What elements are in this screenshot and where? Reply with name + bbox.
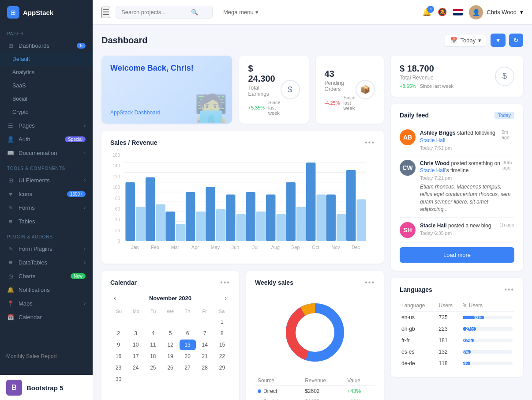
lang-bar-fill: 16% (463, 350, 471, 354)
calendar-menu[interactable]: ••• (220, 279, 230, 287)
user-avatar: 👤 (469, 5, 483, 19)
sidebar-item-default[interactable]: Default (0, 53, 93, 66)
svg-rect-42 (346, 170, 356, 241)
today-button[interactable]: 📅 Today ▾ (445, 34, 487, 47)
calendar-day-20[interactable]: 20 (180, 351, 196, 362)
sales-card-header: Sales / Revenue ••• (110, 139, 375, 147)
sidebar-item-maps[interactable]: 📍 Maps › (0, 297, 93, 310)
sidebar-logo[interactable]: ⊞ AppStack (0, 0, 93, 25)
sales-card-menu[interactable]: ••• (365, 139, 375, 147)
search-input[interactable] (121, 9, 187, 15)
stat-card-earnings: $ 24.300 Total Earnings +5.35% Since las… (239, 56, 308, 124)
sidebar-item-tables[interactable]: ≡ Tables (0, 215, 93, 228)
calendar-day-10[interactable]: 10 (127, 340, 144, 350)
calendar-day-27[interactable]: 27 (180, 362, 196, 373)
sidebar-item-calendar[interactable]: 📅 Calendar (0, 310, 93, 324)
sidebar-item-forms[interactable]: ✎ Forms › (0, 201, 93, 215)
calendar-day-15[interactable]: 15 (214, 340, 230, 350)
sidebar-item-analytics[interactable]: Analytics (0, 66, 93, 79)
calendar-day-9[interactable]: 9 (110, 340, 127, 350)
calendar-day-23[interactable]: 23 (110, 362, 127, 373)
sidebar-item-documentation[interactable]: 📖 Documentation › (0, 146, 93, 160)
calendar-day-22[interactable]: 22 (214, 351, 230, 362)
dashboards-badge: 5 (77, 43, 86, 49)
documentation-chevron: › (84, 151, 86, 155)
sidebar-item-form-plugins[interactable]: ✎ Form Plugins › (0, 242, 93, 256)
calendar-day-25[interactable]: 25 (145, 362, 161, 373)
feed-timestamp-1: Today 7:51 pm (420, 145, 514, 151)
weekly-sales-menu[interactable]: ••• (365, 279, 375, 287)
calendar-day-5[interactable]: 5 (162, 328, 178, 339)
language-flag[interactable] (453, 9, 463, 15)
sidebar-item-icons-label: Icons (19, 191, 32, 197)
calendar-day-7[interactable]: 7 (197, 328, 213, 339)
sidebar-item-notifications[interactable]: 🔔 Notifications (0, 283, 93, 297)
sidebar: ⊞ AppStack Pages ⊞ Dashboards 5 Default … (0, 0, 93, 400)
language-row: fr-fr 181 22% (400, 335, 514, 346)
menu-toggle-button[interactable]: ☰ (101, 7, 110, 18)
calendar-day-12[interactable]: 12 (162, 340, 178, 350)
calendar-day-4[interactable]: 4 (145, 328, 161, 339)
calendar-day-1[interactable]: 1 (214, 317, 230, 327)
monthly-report: Monthly Sales Report (0, 351, 93, 362)
calendar-day-26[interactable]: 26 (162, 362, 178, 373)
calendar-day-6[interactable]: 6 (180, 328, 196, 339)
calendar-empty (162, 317, 178, 327)
refresh-button[interactable]: ↻ (509, 34, 523, 47)
calendar-day-16[interactable]: 16 (110, 351, 127, 362)
calendar-day-2[interactable]: 2 (110, 328, 127, 339)
calendar-small-icon: 📅 (450, 37, 457, 44)
calendar-day-13[interactable]: 13 (180, 340, 196, 350)
datatables-chevron: › (84, 260, 86, 265)
main-area: ☰ 🔍 Mega menu ▾ 🔔 4 🔕 👤 Chris Wood ▾ (93, 0, 532, 400)
sidebar-item-ui-elements[interactable]: ⊞ UI Elements › (0, 174, 93, 187)
mega-menu-button[interactable]: Mega menu ▾ (218, 6, 264, 18)
bootstrap-text: Bootstrap 5 (26, 384, 63, 392)
sidebar-item-tables-label: Tables (19, 218, 35, 225)
lang-bar-cell: 27% (461, 323, 514, 335)
sidebar-item-dashboards[interactable]: ⊞ Dashboards 5 (0, 39, 93, 53)
stat-orders-content: 43 Pending Orders -4.25% Since last week (325, 69, 356, 111)
notifications-button[interactable]: 🔔 4 (422, 8, 431, 17)
calendar-day-24[interactable]: 24 (127, 362, 144, 373)
sidebar-item-saas[interactable]: SaaS (0, 79, 93, 92)
sidebar-item-crypto[interactable]: Crypto (0, 106, 93, 119)
alerts-button[interactable]: 🔕 (438, 8, 447, 17)
notifications-icon: 🔔 (7, 287, 14, 293)
calendar-prev-button[interactable]: ‹ (110, 293, 120, 303)
welcome-subtitle: AppStack Dashboard (110, 109, 160, 116)
feed-item-2: CW Chris Wood posted something on Stacie… (400, 155, 514, 218)
welcome-figure: 🧑‍💻 (195, 92, 228, 124)
sidebar-item-charts[interactable]: ◷ Charts New (0, 269, 93, 283)
calendar-day-14[interactable]: 14 (197, 340, 213, 350)
sidebar-item-icons[interactable]: ♥ Icons 1500+ (0, 187, 93, 201)
calendar-day-3[interactable]: 3 (127, 328, 144, 339)
calendar-next-button[interactable]: › (221, 293, 230, 303)
calendar-day-30[interactable]: 30 (110, 374, 127, 385)
calendar-day-8[interactable]: 8 (214, 328, 230, 339)
user-menu[interactable]: 👤 Chris Wood ▾ (469, 5, 523, 19)
sidebar-item-ui-label: UI Elements (19, 177, 50, 184)
calendar-icon: 📅 (7, 314, 14, 321)
calendar-day-21[interactable]: 21 (197, 351, 213, 362)
calendar-empty (145, 374, 161, 385)
section-label-pages: Pages (0, 25, 93, 39)
languages-menu[interactable]: ••• (504, 286, 514, 294)
calendar-day-28[interactable]: 28 (197, 362, 213, 373)
stat-cards-row: Welcome Back, Chris! AppStack Dashboard … (101, 56, 384, 124)
sidebar-item-social[interactable]: Social (0, 92, 93, 106)
sidebar-item-datatables[interactable]: ≡ DataTables › (0, 256, 93, 269)
calendar-month-label: November 2020 (149, 295, 191, 302)
sidebar-item-pages[interactable]: ☰ Pages › (0, 119, 93, 132)
calendar-day-18[interactable]: 18 (145, 351, 161, 362)
load-more-button[interactable]: Load more (400, 247, 514, 263)
calendar-day-19[interactable]: 19 (162, 351, 178, 362)
lang-col-language: Language (400, 300, 437, 312)
calendar-day-11[interactable]: 11 (145, 340, 161, 350)
filter-button[interactable]: ▼ (491, 34, 506, 47)
calendar-card: Calendar ••• ‹ November 2020 › Su Mo Tu … (101, 271, 239, 400)
calendar-empty (180, 317, 196, 327)
calendar-day-17[interactable]: 17 (127, 351, 144, 362)
calendar-day-29[interactable]: 29 (214, 362, 230, 373)
sidebar-item-auth[interactable]: 👤 Auth Special (0, 132, 93, 146)
